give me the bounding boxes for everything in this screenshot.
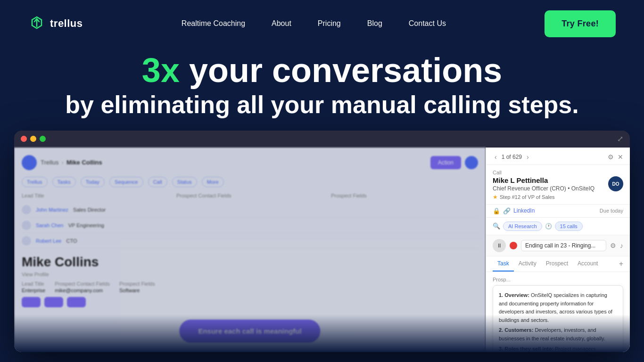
note-2: 2. Customers: Developers, investors, and…	[499, 326, 617, 343]
filter-call[interactable]: Call	[148, 177, 167, 187]
contact-row: Mike L Pettinella Chief Revenue Officer …	[493, 176, 623, 192]
link-icon: 🔗	[503, 207, 511, 214]
call-indicator	[510, 242, 517, 249]
crm-user-avatar	[465, 156, 478, 169]
pause-button[interactable]: ⏸	[493, 239, 506, 252]
hero-section: 3x your conversations by eliminating all…	[0, 47, 644, 131]
step-text: Step #12 of VP of Sales	[500, 194, 555, 200]
window-close-dot[interactable]	[21, 136, 27, 142]
breadcrumb-current: Mike Collins	[66, 159, 102, 166]
step-icon: ★	[493, 194, 498, 200]
logo[interactable]: trellus	[28, 15, 83, 32]
panel-icons: ⚙ ✕	[608, 153, 623, 161]
contact-title: Chief Revenue Officer (CRO) • OnSiteIQ	[493, 185, 594, 192]
close-icon[interactable]: ✕	[618, 153, 623, 161]
table-row: Robert Lee CTO	[22, 233, 478, 249]
ensure-btn[interactable]: Ensure each call is meaningful	[179, 320, 320, 343]
filter-today[interactable]: Today	[81, 177, 105, 187]
contact-cols: Lead Title Enterprise Prospect Contact F…	[22, 281, 478, 293]
filter-trellus[interactable]: Trellus	[22, 177, 48, 187]
hero-headline: 3x your conversations	[28, 52, 616, 89]
filter-more[interactable]: More	[202, 177, 224, 187]
tab-task[interactable]: Task	[493, 256, 514, 272]
filter-row: Trellus Tasks Today Sequence Call Status…	[22, 177, 478, 187]
notes-box: 1. Overview: OnSiteIQ specializes in cap…	[493, 285, 623, 352]
nav-links: Realtime Coaching About Pricing Blog Con…	[170, 15, 457, 33]
expand-icon[interactable]: ⤢	[617, 134, 623, 143]
settings-icon[interactable]: ⚙	[608, 153, 614, 161]
window-minimize-dot[interactable]	[30, 136, 36, 142]
contact-avatar: DO	[608, 176, 623, 191]
crm-action-btn[interactable]: Action	[430, 156, 461, 169]
table-row: Sarah Chen VP Engineering	[22, 218, 478, 233]
filter-tasks[interactable]: Tasks	[52, 177, 76, 187]
col-fields: Prospect Fields	[331, 193, 478, 198]
nav-realtime-coaching[interactable]: Realtime Coaching	[170, 15, 256, 33]
breadcrumb-root: Trellus	[41, 159, 59, 166]
search-tag-icon: 🔍	[493, 222, 500, 230]
col-contact: Prospect Contact Fields	[176, 193, 323, 198]
meta-row: 🔒 🔗 LinkedIn Due today	[486, 205, 630, 218]
breadcrumb: Trellus › Mike Collins	[41, 159, 102, 166]
crm-avatar	[22, 155, 37, 170]
status-badges	[22, 297, 478, 307]
panel-header: ‹ 1 of 629 › ⚙ ✕	[486, 148, 630, 165]
prev-arrow[interactable]: ‹	[493, 152, 499, 162]
call-counter: 1 of 629	[502, 154, 522, 160]
browser-content: Trellus › Mike Collins Action Trellus Ta…	[14, 148, 630, 352]
browser-mockup: ⤢ Trellus › Mike Collins Action	[14, 131, 630, 352]
crm-panel: Trellus › Mike Collins Action Trellus Ta…	[14, 148, 486, 352]
call-label: Call	[493, 170, 623, 175]
shield-icon: 🔒	[493, 207, 500, 214]
contact-big-name: Mike Collins	[22, 255, 478, 270]
trellus-sidebar: ‹ 1 of 629 › ⚙ ✕ Call Mike L Pettinella …	[486, 148, 630, 352]
trellus-logo-icon	[28, 15, 45, 32]
nav-blog[interactable]: Blog	[356, 15, 394, 33]
calls-count-tag[interactable]: 15 calls	[555, 222, 583, 231]
tab-activity[interactable]: Activity	[514, 256, 541, 272]
hero-subheadline: by eliminating all your manual calling s…	[28, 91, 616, 119]
try-free-button[interactable]: Try Free!	[545, 10, 616, 37]
note-1: 1. Overview: OnSiteIQ specializes in cap…	[499, 291, 617, 324]
navbar: trellus Realtime Coaching About Pricing …	[0, 0, 644, 47]
nav-arrows: ‹ 1 of 629 ›	[493, 152, 531, 162]
prospect-content: Prosp... 1. Overview: OnSiteIQ specializ…	[486, 272, 630, 352]
tab-prospect[interactable]: Prospect	[541, 256, 573, 272]
history-icon: 🕐	[545, 223, 552, 230]
col-lead-title: Lead Title	[22, 193, 169, 198]
table-row: John Martinez Sales Director	[22, 202, 478, 218]
linkedin-link[interactable]: LinkedIn	[513, 207, 535, 214]
filter-status[interactable]: Status	[172, 177, 197, 187]
music-icon[interactable]: ♪	[620, 242, 623, 249]
logo-text: trellus	[50, 17, 83, 30]
browser-titlebar: ⤢	[14, 131, 630, 148]
next-arrow[interactable]: ›	[525, 152, 531, 162]
due-label: Due today	[600, 208, 623, 214]
panel-tabs: Task Activity Prospect Account +	[486, 256, 630, 272]
window-maximize-dot[interactable]	[40, 136, 46, 142]
tab-account[interactable]: Account	[573, 256, 603, 272]
nav-pricing[interactable]: Pricing	[306, 15, 352, 33]
contact-sub-label: View Profile	[22, 272, 478, 277]
dialer-row: ⏸ Ending call in 23 - Ringing... ⚙ ♪	[486, 235, 630, 256]
call-info: Call Mike L Pettinella Chief Revenue Off…	[486, 165, 630, 205]
nav-about[interactable]: About	[260, 15, 303, 33]
contact-info: Mike L Pettinella Chief Revenue Officer …	[493, 176, 594, 192]
dialer-settings-icon[interactable]: ⚙	[610, 242, 616, 249]
ai-research-tag[interactable]: AI Research	[503, 222, 542, 231]
nav-contact-us[interactable]: Contact Us	[397, 15, 457, 33]
dialer-status: Ending call in 23 - Ringing...	[521, 240, 606, 251]
add-tab-button[interactable]: +	[619, 260, 623, 268]
hero-headline-rest: your conversations	[180, 51, 502, 89]
note-3: 3. Roles they sell into: Project manager…	[499, 345, 617, 352]
prospect-label: Prosp...	[493, 277, 623, 282]
table-header: Lead Title Prospect Contact Fields Prosp…	[22, 193, 478, 198]
tags-row: 🔍 AI Research 🕐 15 calls	[486, 218, 630, 235]
contact-name: Mike L Pettinella	[493, 176, 594, 184]
step-info: ★ Step #12 of VP of Sales	[493, 194, 623, 200]
hero-highlight: 3x	[142, 51, 180, 89]
filter-sequence[interactable]: Sequence	[109, 177, 143, 187]
